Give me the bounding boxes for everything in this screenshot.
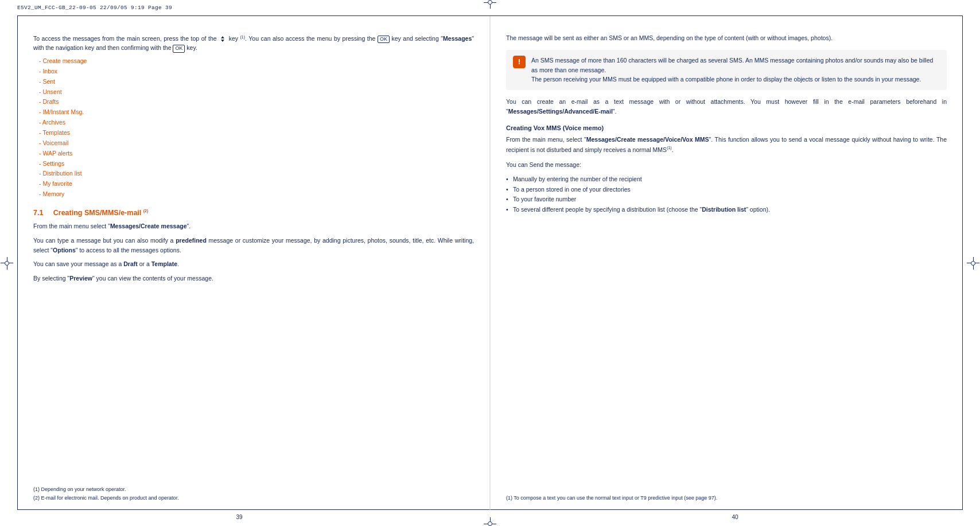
footnote-2: (2) E-mail for electronic mail. Depends … — [33, 494, 474, 502]
nav-key-icon — [219, 35, 227, 43]
bullet-item-2: To a person stored in one of your direct… — [506, 185, 947, 195]
left-intro-paragraph: To access the messages from the main scr… — [33, 33, 474, 53]
warning-text: An SMS message of more than 160 characte… — [531, 56, 940, 84]
right-para3: You can Send the message: — [506, 160, 947, 170]
menu-item-im: IM/Instant Msg. — [39, 107, 474, 118]
menu-item-archives: Archives — [39, 118, 474, 128]
menu-item-inbox: Inbox — [39, 67, 474, 77]
left-para2: You can type a message but you can also … — [33, 236, 474, 255]
right-footnote-area: (1) To compose a text you can use the no… — [490, 494, 963, 502]
right-page-number: 40 — [732, 514, 738, 520]
section-heading: 7.1 Creating SMS/MMS/e-mail (2) — [33, 209, 474, 217]
menu-list: Create message Inbox Sent Unsent Drafts … — [39, 56, 474, 200]
menu-item-drafts: Drafts — [39, 97, 474, 107]
ok-key-2: OK — [173, 45, 185, 53]
svg-marker-0 — [221, 36, 224, 38]
menu-item-memory: Memory — [39, 189, 474, 200]
ok-key-1: OK — [378, 36, 390, 44]
right-subheading: Creating Vox MMS (Voice memo) — [506, 124, 947, 131]
right-page: The message will be sent as either an SM… — [490, 16, 963, 510]
right-footnote-1: (1) To compose a text you can use the no… — [506, 494, 947, 502]
left-page-number: 39 — [236, 514, 242, 520]
right-intro: The message will be sent as either an SM… — [506, 33, 947, 43]
menu-item-favorite: My favorite — [39, 179, 474, 189]
right-para1: You can create an e-mail as a text messa… — [506, 97, 947, 116]
header-text: E5V2_UM_FCC-GB_22-09-05 22/09/05 9:19 Pa… — [17, 5, 172, 11]
left-para4: By selecting "Preview" you can view the … — [33, 274, 474, 283]
menu-item-unsent: Unsent — [39, 87, 474, 98]
menu-item-voicemail: Voicemail — [39, 138, 474, 149]
right-para2: From the main menu, select "Messages/Cre… — [506, 135, 947, 154]
left-page: To access the messages from the main scr… — [17, 16, 490, 510]
menu-item-sent: Sent — [39, 77, 474, 87]
left-footnote-area: (1) Depending on your network operator. … — [17, 485, 490, 502]
menu-item-wap: WAP alerts — [39, 149, 474, 159]
warning-icon: ! — [513, 56, 526, 68]
menu-item-templates: Templates — [39, 128, 474, 138]
footnote-1: (1) Depending on your network operator. — [33, 485, 474, 493]
page-container: E5V2_UM_FCC-GB_22-09-05 22/09/05 9:19 Pa… — [0, 0, 980, 526]
menu-item-distlist: Distribution list — [39, 169, 474, 179]
left-para1: From the main menu select "Messages/Crea… — [33, 221, 474, 231]
bullet-item-4: To several different people by specifyin… — [506, 205, 947, 215]
bullet-list: Manually by entering the number of the r… — [506, 174, 947, 215]
left-para3: You can save your message as a Draft or … — [33, 259, 474, 269]
svg-marker-1 — [221, 40, 224, 42]
menu-item-create: Create message — [39, 56, 474, 67]
menu-item-settings: Settings — [39, 159, 474, 169]
warning-box: ! An SMS message of more than 160 charac… — [506, 50, 947, 90]
bullet-item-1: Manually by entering the number of the r… — [506, 174, 947, 185]
bullet-item-3: To your favorite number — [506, 194, 947, 205]
